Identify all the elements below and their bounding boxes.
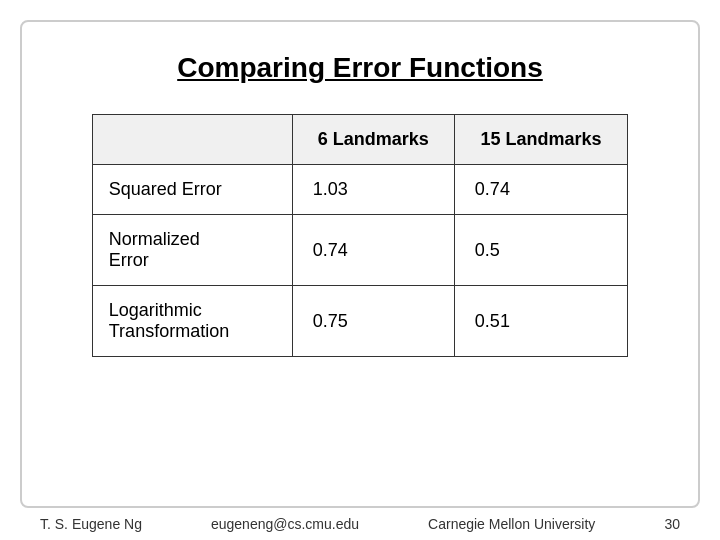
squared-error-15: 0.74 xyxy=(454,165,627,215)
header-15-landmarks: 15 Landmarks xyxy=(454,115,627,165)
header-6-landmarks: 6 Landmarks xyxy=(292,115,454,165)
table-wrapper: 6 Landmarks 15 Landmarks Squared Error 1… xyxy=(62,114,658,486)
label-normalized-error: NormalizedError xyxy=(92,215,292,286)
row-logarithmic: LogarithmicTransformation 0.75 0.51 xyxy=(92,286,627,357)
comparison-table: 6 Landmarks 15 Landmarks Squared Error 1… xyxy=(92,114,628,357)
row-normalized-error: NormalizedError 0.74 0.5 xyxy=(92,215,627,286)
slide-container: Comparing Error Functions 6 Landmarks 15… xyxy=(20,20,700,508)
footer-institution: Carnegie Mellon University xyxy=(428,516,595,532)
normalized-error-15: 0.5 xyxy=(454,215,627,286)
label-squared-error: Squared Error xyxy=(92,165,292,215)
logarithmic-15: 0.51 xyxy=(454,286,627,357)
footer-author: T. S. Eugene Ng xyxy=(40,516,142,532)
footer-email: eugeneng@cs.cmu.edu xyxy=(211,516,359,532)
slide-footer: T. S. Eugene Ng eugeneng@cs.cmu.edu Carn… xyxy=(20,508,700,540)
footer-page: 30 xyxy=(664,516,680,532)
normalized-error-6: 0.74 xyxy=(292,215,454,286)
row-squared-error: Squared Error 1.03 0.74 xyxy=(92,165,627,215)
squared-error-6: 1.03 xyxy=(292,165,454,215)
logarithmic-6: 0.75 xyxy=(292,286,454,357)
header-blank xyxy=(92,115,292,165)
slide-title: Comparing Error Functions xyxy=(177,52,543,84)
label-logarithmic: LogarithmicTransformation xyxy=(92,286,292,357)
